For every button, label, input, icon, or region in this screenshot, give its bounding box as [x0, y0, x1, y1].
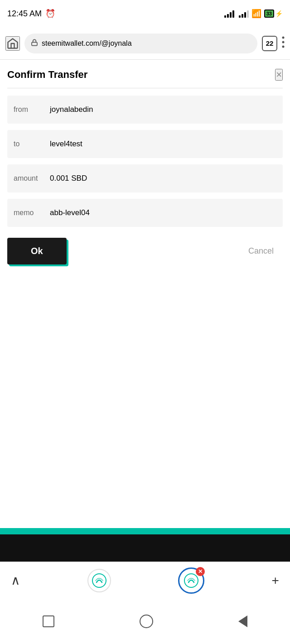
tab-count: 22 — [266, 39, 274, 47]
circle-icon — [140, 615, 153, 628]
svg-point-3 — [282, 45, 285, 48]
back-nav-button[interactable]: ∧ — [11, 573, 20, 588]
from-value: joynalabedin — [50, 105, 93, 114]
amount-field-row: amount 0.001 SBD — [7, 164, 283, 192]
battery-container: 33 ⚡ — [264, 10, 283, 18]
ok-button[interactable]: Ok — [7, 238, 67, 264]
dialog-title: Confirm Transfer — [7, 69, 87, 81]
memo-label: memo — [14, 209, 50, 217]
to-label: to — [14, 140, 50, 148]
svg-point-2 — [282, 41, 285, 43]
signal-bar-1 — [224, 15, 226, 18]
signal-bars-2 — [239, 10, 249, 18]
app-icon-2-selected[interactable]: ✕ — [178, 567, 204, 594]
app-icon-1[interactable] — [87, 569, 111, 592]
dialog-header: Confirm Transfer × — [7, 69, 283, 81]
signal2-bar-2 — [242, 14, 243, 18]
browser-bar: steemitwallet.com/@joynala 22 — [0, 27, 290, 60]
badge-close[interactable]: ✕ — [196, 567, 205, 576]
memo-field-row: memo abb-level04 — [7, 199, 283, 227]
svg-point-1 — [282, 36, 285, 38]
teal-accent-bar — [0, 528, 290, 534]
lock-icon — [31, 38, 38, 48]
to-value: level4test — [50, 139, 82, 149]
wifi-icon: 📶 — [251, 9, 261, 19]
memo-value: abb-level04 — [50, 208, 90, 217]
add-tab-button[interactable]: + — [272, 573, 279, 588]
from-label: from — [14, 106, 50, 114]
amount-value: 0.001 SBD — [50, 174, 87, 183]
content-area — [0, 274, 290, 545]
signal2-bar-4 — [247, 10, 249, 18]
battery-icon: 33 — [264, 10, 274, 18]
alarm-icon: ⏰ — [45, 9, 55, 19]
tab-count-box[interactable]: 22 — [262, 36, 277, 51]
button-row: Ok Cancel — [7, 233, 283, 274]
url-text: steemitwallet.com/@joynala — [42, 39, 132, 48]
cancel-button[interactable]: Cancel — [239, 242, 283, 260]
header-divider — [7, 88, 283, 88]
browser-menu-button[interactable] — [282, 36, 285, 51]
amount-label: amount — [14, 174, 50, 183]
close-button[interactable]: × — [275, 69, 283, 81]
signal2-bar-1 — [239, 15, 241, 18]
signal-bar-2 — [227, 14, 229, 18]
url-bar[interactable]: steemitwallet.com/@joynala — [24, 34, 257, 53]
signal2-bar-3 — [244, 12, 246, 18]
android-nav — [0, 599, 290, 644]
signal-bars — [224, 10, 234, 18]
status-time: 12:45 AM — [7, 9, 42, 19]
dialog-container: Confirm Transfer × from joynalabedin to … — [0, 60, 290, 274]
svg-rect-0 — [32, 42, 37, 45]
charging-icon: ⚡ — [275, 10, 283, 17]
to-field-row: to level4test — [7, 130, 283, 158]
back-button[interactable] — [238, 615, 247, 627]
back-triangle-icon — [238, 615, 247, 627]
status-bar-left: 12:45 AM ⏰ — [7, 9, 55, 19]
status-bar-right: 📶 33 ⚡ — [224, 9, 283, 19]
home-nav-button[interactable] — [140, 615, 153, 628]
square-icon — [43, 615, 54, 627]
battery-level: 33 — [266, 11, 272, 16]
status-bar: 12:45 AM ⏰ 📶 33 — [0, 0, 290, 27]
bottom-app-bar: ∧ ✕ + — [0, 562, 290, 599]
home-button[interactable] — [5, 36, 20, 51]
recent-apps-button[interactable] — [43, 615, 54, 627]
from-field-row: from joynalabedin — [7, 96, 283, 124]
signal-bar-3 — [230, 12, 232, 18]
signal-bar-4 — [232, 10, 234, 18]
